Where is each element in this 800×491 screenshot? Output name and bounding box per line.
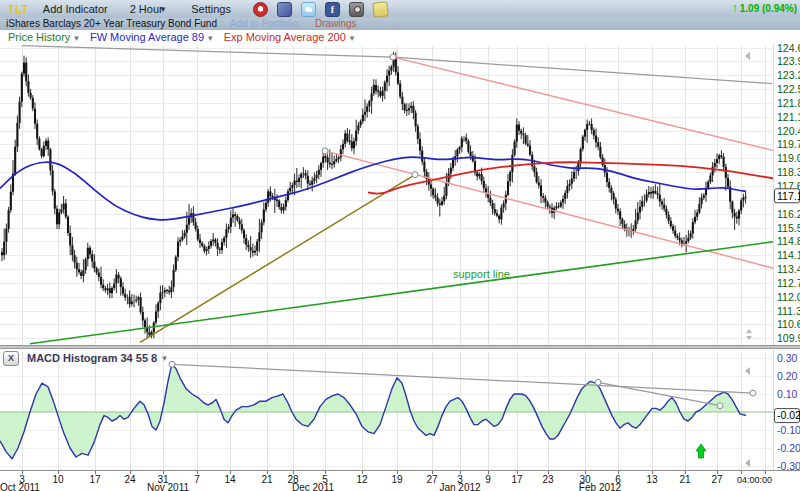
trendline-handle[interactable] <box>322 148 328 154</box>
macd-scroll-up-icon[interactable] <box>745 367 750 375</box>
macd-chart[interactable]: 0.300.200.10-0.10-0.20-0.30-0.02 <box>0 349 800 470</box>
month-label: Jan 2012 <box>439 482 480 491</box>
ma-slow-caret-icon: ▾ <box>350 33 355 43</box>
svg-text:115.50: 115.50 <box>777 222 800 234</box>
svg-text:122.50: 122.50 <box>777 83 800 95</box>
time-tick-label: 21 <box>679 474 690 485</box>
macd-axis-label: 0.10 <box>777 388 798 400</box>
time-tick-label: 27 <box>711 474 722 485</box>
time-tick-label: 7 <box>194 474 200 485</box>
axis-scroll-up-icon[interactable] <box>745 52 750 60</box>
time-tick-label: 10 <box>52 474 63 485</box>
price-plot: support line <box>0 46 775 344</box>
quote-change: ↑1.09 (0.94%) <box>732 1 797 15</box>
svg-text:120.40: 120.40 <box>777 125 800 137</box>
add-to-portfolio-link[interactable]: Add to Portfolio <box>230 18 298 29</box>
macd-axis-label: -0.20 <box>777 442 800 454</box>
notes-icon[interactable] <box>372 1 388 17</box>
svg-text:121.10: 121.10 <box>777 111 800 123</box>
price-axis-labels: 124.60123.90123.20122.50121.80121.10120.… <box>775 44 800 344</box>
month-label: Feb 2012 <box>579 482 621 491</box>
svg-text:123.20: 123.20 <box>777 69 800 81</box>
time-tick-label: 17 <box>511 474 522 485</box>
ma-fast-caret-icon: ▾ <box>208 33 213 43</box>
macd-axis-label: -0.30 <box>777 460 800 471</box>
macd-line <box>0 363 746 458</box>
svg-text:117.13: 117.13 <box>777 190 800 202</box>
time-tick-label: 12 <box>356 474 367 485</box>
macd-caret-icon: ▾ <box>162 353 167 363</box>
charting-app: TLT Add Indicator 2 Hour ▾ Settings f ↑1… <box>0 0 800 491</box>
toolbar: TLT Add Indicator 2 Hour ▾ Settings f ↑1… <box>0 0 800 18</box>
price-history-dropdown[interactable]: Price History▾ <box>8 31 79 43</box>
support-line-label: support line <box>453 268 510 280</box>
trendline-handle[interactable] <box>412 172 418 178</box>
trendline-handle[interactable] <box>750 390 756 396</box>
time-tick-label: 21 <box>261 474 272 485</box>
trendline-handle[interactable] <box>169 361 175 367</box>
time-tick-label: 13 <box>646 474 657 485</box>
time-axis[interactable]: 31017243171421285121927391723306132127Oc… <box>0 470 800 491</box>
time-tick <box>765 471 766 474</box>
svg-text:112.70: 112.70 <box>777 277 800 289</box>
time-tick-label: 23 <box>542 474 553 485</box>
month-label: Nov 2011 <box>147 482 189 491</box>
macd-axis-label: 0.30 <box>777 352 798 364</box>
support-line <box>30 241 775 343</box>
svg-text:114.80: 114.80 <box>777 235 800 247</box>
axis-scroll-icon[interactable] <box>746 329 752 333</box>
price-chart[interactable]: support line124.60123.90123.20122.50121.… <box>0 44 800 345</box>
channel-upper-line <box>393 57 775 151</box>
quote-change-value: 1.09 (0.94%) <box>740 3 797 14</box>
news-icon[interactable] <box>277 2 292 17</box>
svg-text:112.00: 112.00 <box>777 291 800 303</box>
last-bar-time-label: 04:00:00 <box>737 475 772 485</box>
drawings-menu[interactable]: Drawings <box>315 18 357 29</box>
month-label: Oct 2011 <box>0 482 40 491</box>
time-tick-label: 24 <box>124 474 135 485</box>
svg-text:116.20: 116.20 <box>777 208 800 220</box>
interval-select[interactable]: 2 Hour <box>130 3 163 15</box>
facebook-icon[interactable]: f <box>325 2 340 17</box>
indicator-bar: Price History▾ FW Moving Average 89▾ Exp… <box>0 30 800 44</box>
axis-scroll-down-icon[interactable] <box>746 336 752 340</box>
price-history-caret-icon: ▾ <box>74 33 79 43</box>
buy-signal-arrow-icon <box>696 444 706 458</box>
ma-slow-dropdown[interactable]: Exp Moving Average 200▾ <box>224 31 355 43</box>
svg-text:119.00: 119.00 <box>777 152 800 164</box>
svg-text:114.10: 114.10 <box>777 249 800 261</box>
settings-button[interactable]: Settings <box>191 3 231 15</box>
svg-text:119.70: 119.70 <box>777 138 800 150</box>
trendline-handle[interactable] <box>595 379 601 385</box>
snapshot-icon[interactable] <box>349 2 364 17</box>
ma-fast-dropdown[interactable]: FW Moving Average 89▾ <box>90 31 213 43</box>
time-tick-label: 17 <box>89 474 100 485</box>
trendline-handle[interactable] <box>717 403 723 409</box>
price-history-label: Price History <box>8 31 70 43</box>
svg-text:-0.02: -0.02 <box>777 409 800 421</box>
svg-text:121.80: 121.80 <box>777 97 800 109</box>
twitter-icon[interactable] <box>301 2 316 17</box>
interval-caret-icon[interactable]: ▾ <box>161 4 166 14</box>
macd-indicator-dropdown[interactable]: MACD Histogram 34 55 8 <box>27 352 157 364</box>
macd-axis-label: 0.20 <box>777 370 798 382</box>
svg-text:110.60: 110.60 <box>777 318 800 330</box>
svg-text:113.40: 113.40 <box>777 263 800 275</box>
resistance-line-a <box>22 46 393 57</box>
svg-text:109.90: 109.90 <box>777 332 800 344</box>
ma-fast-label: FW Moving Average 89 <box>90 31 204 43</box>
macd-trendline-long[interactable] <box>172 364 753 393</box>
macd-close-button[interactable]: X <box>3 351 19 366</box>
macd-header: X MACD Histogram 34 55 8 ▾ <box>3 351 167 365</box>
svg-text:118.30: 118.30 <box>777 166 800 178</box>
svg-text:123.90: 123.90 <box>777 55 800 67</box>
symbol-ticker[interactable]: TLT <box>8 3 29 15</box>
trendline-handle[interactable] <box>390 54 396 60</box>
candlestick-series <box>2 52 746 339</box>
price-trendlines[interactable] <box>22 46 775 344</box>
time-tick-label: 9 <box>485 474 491 485</box>
macd-axis-label: -0.10 <box>777 424 800 436</box>
info-bar: iShares Barclays 20+ Year Treasury Bond … <box>0 18 800 30</box>
alarm-icon[interactable] <box>253 2 268 17</box>
add-indicator-button[interactable]: Add Indicator <box>43 3 108 15</box>
